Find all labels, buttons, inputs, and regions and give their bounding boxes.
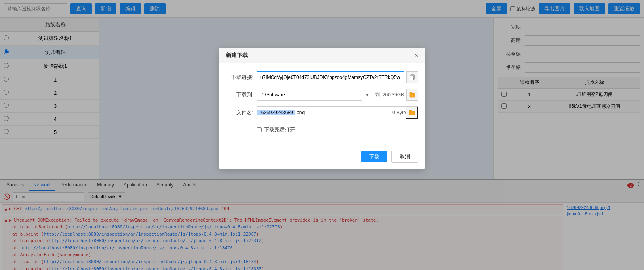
open-after-checkbox[interactable]	[257, 127, 262, 132]
free-space: 剩: 200.39GB	[375, 92, 404, 98]
svg-rect-2	[410, 93, 415, 97]
filename-folder-button[interactable]	[406, 107, 418, 119]
svg-rect-3	[410, 92, 412, 94]
dropdown-icon: ▼	[365, 92, 370, 98]
svg-rect-5	[409, 110, 412, 111]
saveto-input[interactable]	[257, 89, 362, 101]
url-label: 下载链接:	[226, 74, 253, 81]
dialog-actions: 下载 取消	[219, 147, 425, 169]
svg-rect-1	[410, 75, 413, 80]
dialog-saveto-row: 下载到: ▼ 剩: 200.39GB	[226, 89, 418, 101]
url-input[interactable]	[257, 71, 404, 83]
download-confirm-button[interactable]: 下载	[361, 151, 387, 162]
file-size: 0 Byte	[392, 110, 406, 115]
svg-rect-4	[409, 111, 415, 115]
copy-icon	[409, 74, 415, 80]
saveto-label: 下载到:	[226, 91, 253, 98]
url-input-wrap	[257, 71, 418, 83]
dialog-header: 新建下载 ×	[219, 48, 425, 63]
download-cancel-button[interactable]: 取消	[391, 151, 418, 163]
folder-icon	[409, 92, 415, 98]
dialog-title: 新建下载	[226, 52, 248, 59]
dialog-body: 下载链接: 下载到: ▼ 剩: 200.39GB	[219, 63, 425, 147]
folder-icon-2	[409, 109, 415, 116]
dialog-filename-row: 文件名: 1626929243689.png 0 Byte	[226, 106, 418, 119]
dialog-close-button[interactable]: ×	[415, 52, 418, 59]
dialog-overlay: 新建下载 × 下载链接: 下载到:	[0, 0, 644, 270]
dialog-url-row: 下载链接:	[226, 71, 418, 83]
filename-label: 文件名:	[226, 109, 253, 116]
dialog-check-row: 下载完后打开	[226, 124, 418, 139]
download-dialog: 新建下载 × 下载链接: 下载到:	[219, 48, 425, 169]
browse-folder-button[interactable]	[406, 89, 418, 101]
copy-url-button[interactable]	[406, 71, 418, 83]
filename-ext: .png	[295, 110, 305, 115]
open-after-label: 下载完后打开	[264, 126, 295, 133]
filename-wrap: 1626929243689.png 0 Byte	[257, 106, 418, 119]
saveto-wrap: ▼ 剩: 200.39GB	[257, 89, 418, 101]
filename-highlight: 1626929243689	[257, 110, 295, 115]
